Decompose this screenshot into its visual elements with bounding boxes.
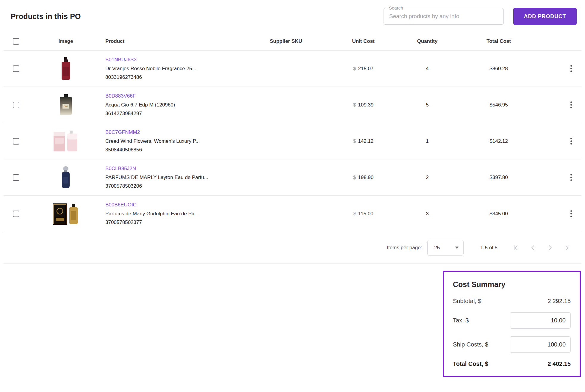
- ship-costs-row: Ship Costs, $: [453, 336, 571, 353]
- ship-costs-input[interactable]: [510, 336, 571, 353]
- total-cost-cell: $546.95: [450, 102, 548, 108]
- svg-text:GIO: GIO: [64, 105, 68, 108]
- product-code-link[interactable]: B01NBUJ6S3: [105, 55, 137, 64]
- product-code-link[interactable]: B0C7GFNMM2: [105, 128, 140, 137]
- product-barcode: 3700578502377: [105, 218, 250, 227]
- total-cost-cell: $142.12: [450, 138, 548, 144]
- product-image: [29, 130, 103, 153]
- quantity-cell: 4: [405, 66, 450, 72]
- previous-page-button[interactable]: [528, 243, 538, 253]
- last-page-icon: [564, 244, 571, 251]
- page-header: Products in this PO Search ADD PRODUCT: [4, 0, 581, 32]
- table-row: B0CLB85J2N PARFUMS DE MARLY Layton Eau d…: [4, 159, 581, 196]
- row-checkbox[interactable]: [13, 211, 19, 217]
- unit-cost-cell: $ 109.39: [322, 102, 405, 108]
- product-barcode: 3700578503206: [105, 182, 250, 191]
- total-cost-label: Total Cost, $: [453, 360, 488, 367]
- row-menu-button[interactable]: [569, 172, 574, 183]
- column-header-product: Product: [103, 38, 250, 44]
- pagination-range-label: 1-5 of 5: [480, 245, 498, 251]
- row-checkbox[interactable]: [13, 102, 19, 108]
- unit-cost-value: 115.00: [358, 211, 373, 217]
- product-code-link[interactable]: B0D883V66F: [105, 92, 136, 101]
- quantity-cell: 3: [405, 211, 450, 217]
- table-row: B01NBUJ6S3 Dr Vranjes Rosso Nobile Fragr…: [4, 51, 581, 87]
- header-actions: Search ADD PRODUCT: [384, 8, 577, 25]
- unit-cost-value: 109.39: [358, 102, 373, 108]
- product-barcode: 3614273954297: [105, 109, 250, 118]
- currency-symbol: $: [353, 138, 356, 144]
- currency-symbol: $: [353, 211, 356, 217]
- products-table: Image Product Supplier SKU Unit Cost Qua…: [4, 32, 581, 264]
- row-checkbox[interactable]: [13, 65, 19, 72]
- product-image: GIO: [29, 94, 103, 116]
- product-name: PARFUMS DE MARLY Layton Eau de Parfu...: [105, 173, 250, 182]
- column-header-supplier-sku: Supplier SKU: [250, 38, 322, 44]
- row-checkbox[interactable]: [13, 138, 19, 145]
- row-checkbox[interactable]: [13, 174, 19, 181]
- product-cell: B0C7GFNMM2 Creed Wind Flowers, Women's L…: [103, 128, 250, 154]
- product-name: Creed Wind Flowers, Women's Luxury P...: [105, 137, 250, 146]
- product-barcode: 3508440506856: [105, 145, 250, 154]
- product-barcode: 8033196273486: [105, 73, 250, 82]
- search-field[interactable]: Search: [384, 8, 504, 25]
- subtotal-row: Subtotal, $ 2 292.15: [453, 298, 571, 305]
- product-name: Dr Vranjes Rosso Nobile Fragrance 25...: [105, 64, 250, 73]
- products-po-page: Products in this PO Search ADD PRODUCT I…: [0, 0, 585, 384]
- first-page-icon: [512, 244, 519, 251]
- select-all-checkbox[interactable]: [13, 38, 19, 45]
- table-row: GIO B0D883V66F Acqua Gio 6.7 Edp M (1209…: [4, 87, 581, 123]
- product-name: Acqua Gio 6.7 Edp M (120960): [105, 101, 250, 109]
- product-cell: B0CLB85J2N PARFUMS DE MARLY Layton Eau d…: [103, 164, 250, 191]
- product-code-link[interactable]: B00B6EUOIC: [105, 200, 137, 209]
- page-title: Products in this PO: [11, 12, 81, 21]
- previous-page-icon: [530, 244, 536, 251]
- quantity-cell: 2: [405, 175, 450, 181]
- items-per-page-label: Items per page:: [387, 245, 422, 251]
- table-row: B0C7GFNMM2 Creed Wind Flowers, Women's L…: [4, 123, 581, 159]
- ship-costs-label: Ship Costs, $: [453, 341, 488, 348]
- subtotal-value: 2 292.15: [548, 298, 571, 305]
- unit-cost-value: 142.12: [358, 138, 373, 144]
- row-menu-button[interactable]: [569, 136, 574, 146]
- tax-input[interactable]: [510, 312, 571, 329]
- cost-summary-panel: Cost Summary Subtotal, $ 2 292.15 Tax, $…: [443, 271, 581, 377]
- row-menu-button[interactable]: [569, 63, 574, 74]
- product-name: Parfums de Marly Godolphin Eau de Pa...: [105, 209, 250, 218]
- total-cost-cell: $345.00: [450, 211, 548, 217]
- column-header-total-cost: Total Cost: [450, 38, 548, 44]
- column-header-unit-cost: Unit Cost: [322, 38, 405, 44]
- total-cost-cell: $397.80: [450, 175, 548, 181]
- product-cell: B0D883V66F Acqua Gio 6.7 Edp M (120960) …: [103, 92, 250, 118]
- subtotal-label: Subtotal, $: [453, 298, 481, 305]
- product-cell: B01NBUJ6S3 Dr Vranjes Rosso Nobile Fragr…: [103, 55, 250, 82]
- unit-cost-cell: $ 115.00: [322, 211, 405, 217]
- unit-cost-cell: $ 215.07: [322, 66, 405, 72]
- search-input[interactable]: [389, 13, 499, 20]
- table-row: B00B6EUOIC Parfums de Marly Godolphin Ea…: [4, 196, 581, 232]
- column-header-quantity: Quantity: [405, 38, 450, 44]
- total-cost-value: 2 402.15: [548, 360, 571, 367]
- add-product-button[interactable]: ADD PRODUCT: [513, 8, 577, 25]
- next-page-button[interactable]: [545, 243, 555, 253]
- unit-cost-value: 198.90: [358, 175, 373, 181]
- last-page-button[interactable]: [562, 243, 573, 253]
- currency-symbol: $: [353, 66, 356, 72]
- pager-controls: [511, 243, 573, 253]
- row-menu-button[interactable]: [569, 208, 574, 219]
- tax-row: Tax, $: [453, 312, 571, 329]
- cost-summary-title: Cost Summary: [453, 280, 571, 289]
- product-code-link[interactable]: B0CLB85J2N: [105, 164, 136, 173]
- row-menu-button[interactable]: [569, 100, 574, 110]
- table-header-row: Image Product Supplier SKU Unit Cost Qua…: [4, 32, 581, 51]
- quantity-cell: 1: [405, 138, 450, 144]
- unit-cost-cell: $ 142.12: [322, 138, 405, 144]
- first-page-button[interactable]: [511, 243, 521, 253]
- table-pagination: Items per page: 25 1-5 of 5: [4, 232, 581, 264]
- product-image: [29, 202, 103, 225]
- unit-cost-value: 215.07: [358, 66, 373, 72]
- search-field-label: Search: [387, 5, 405, 10]
- product-image: [29, 166, 103, 189]
- items-per-page-select[interactable]: 25: [427, 240, 464, 256]
- product-cell: B00B6EUOIC Parfums de Marly Godolphin Ea…: [103, 200, 250, 227]
